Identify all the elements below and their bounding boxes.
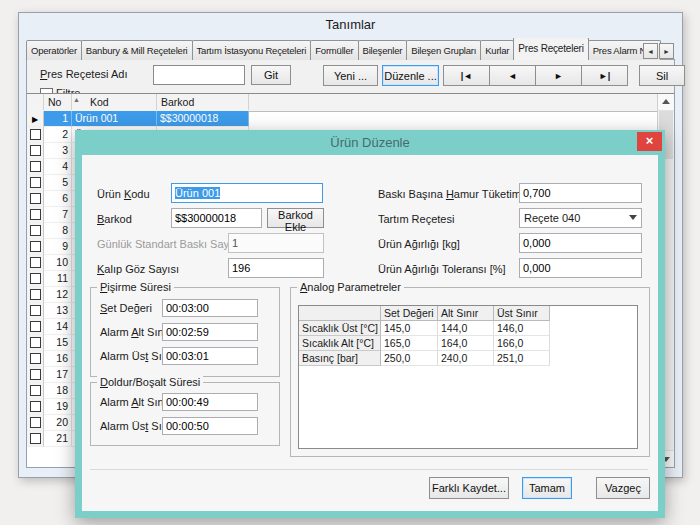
nav-first-button[interactable]: |◄	[443, 65, 490, 86]
row-selector-checkbox[interactable]	[30, 337, 41, 348]
row-selector-checkbox[interactable]	[30, 193, 41, 204]
row-selector-cell[interactable]: ▶	[27, 271, 44, 287]
cell-no[interactable]: 11	[44, 271, 72, 287]
table-row[interactable]: ▶ 1 Ürün 001 $$30000018	[27, 111, 657, 127]
row-selector-cell[interactable]: ▶	[27, 127, 44, 143]
row-selector-cell[interactable]: ▶	[27, 207, 44, 223]
vazgec-button[interactable]: Vazgeç	[596, 477, 650, 499]
cell-no[interactable]: 9	[44, 239, 72, 255]
row-selector-checkbox[interactable]	[30, 417, 41, 428]
row-selector-cell[interactable]: ▶	[27, 159, 44, 175]
row-selector-checkbox[interactable]	[30, 433, 41, 444]
cell-no[interactable]: 10	[44, 255, 72, 271]
tab[interactable]: Banbury & Mill Reçeteleri	[81, 40, 193, 60]
pisirme-alarm-alt-input[interactable]	[162, 323, 258, 341]
cell-no[interactable]: 1	[44, 111, 72, 127]
grid-header-kod[interactable]: Kod	[72, 94, 157, 110]
row-selector-checkbox[interactable]	[30, 353, 41, 364]
row-selector-cell[interactable]: ▶	[27, 415, 44, 431]
row-selector-cell[interactable]: ▶	[27, 335, 44, 351]
row-selector-cell[interactable]: ▶	[27, 399, 44, 415]
row-selector-checkbox[interactable]	[30, 241, 41, 252]
cell-no[interactable]: 20	[44, 415, 72, 431]
row-selector-cell[interactable]: ▶	[27, 191, 44, 207]
grid-header-no[interactable]: No	[44, 94, 72, 110]
row-selector-cell[interactable]: ▶	[27, 239, 44, 255]
git-button[interactable]: Git	[251, 65, 291, 85]
cell-kod[interactable]: Ürün 001	[72, 111, 157, 127]
tab[interactable]: Operatörler	[26, 40, 82, 60]
row-selector-cell[interactable]: ▶	[27, 431, 44, 447]
row-selector-checkbox[interactable]	[30, 129, 41, 140]
doldur-alarm-ust-input[interactable]	[162, 417, 258, 435]
cell-no[interactable]: 12	[44, 287, 72, 303]
row-selector-cell[interactable]: ▶	[27, 383, 44, 399]
cell-no[interactable]: 18	[44, 383, 72, 399]
cell-no[interactable]: 21	[44, 431, 72, 447]
cell-no[interactable]: 7	[44, 207, 72, 223]
grid-header-barkod[interactable]: Barkod	[157, 94, 249, 110]
nav-last-button[interactable]: ►|	[581, 65, 628, 86]
tamam-button[interactable]: Tamam	[522, 477, 572, 499]
row-selector-checkbox[interactable]	[30, 257, 41, 268]
row-selector-cell[interactable]: ▶	[27, 287, 44, 303]
tab-scroll-left-icon[interactable]: ◄	[643, 43, 658, 59]
tab[interactable]: Bileşen Grupları	[406, 40, 481, 60]
cell-no[interactable]: 16	[44, 351, 72, 367]
farkli-kaydet-button[interactable]: Farklı Kaydet...	[429, 477, 509, 499]
pisirme-alarm-ust-input[interactable]	[162, 347, 258, 365]
cell-no[interactable]: 6	[44, 191, 72, 207]
cell-no[interactable]: 8	[44, 223, 72, 239]
cell-no[interactable]: 5	[44, 175, 72, 191]
row-selector-checkbox[interactable]	[30, 209, 41, 220]
analog-row[interactable]: Basınç [bar] 250,0 240,0 251,0	[299, 351, 637, 366]
duzenle-button[interactable]: Düzenle ...	[382, 65, 439, 86]
urun-agirligi-input[interactable]	[519, 233, 642, 253]
analog-alt-cell[interactable]: 240,0	[438, 351, 494, 366]
nav-next-button[interactable]: ►	[535, 65, 582, 86]
barkod-ekle-button[interactable]: Barkod Ekle	[267, 208, 324, 228]
tab[interactable]: Bileşenler	[358, 40, 408, 60]
row-selector-checkbox[interactable]	[30, 145, 41, 156]
tab[interactable]: Tartım İstasyonu Reçeteleri	[192, 40, 312, 60]
row-selector-checkbox[interactable]	[30, 289, 41, 300]
kalip-goz-input[interactable]	[228, 258, 324, 278]
scrollbar-up-button[interactable]	[658, 94, 674, 111]
cell-no[interactable]: 19	[44, 399, 72, 415]
hamur-tuketimi-input[interactable]	[519, 183, 642, 203]
recipe-name-input[interactable]	[153, 65, 245, 85]
set-degeri-input[interactable]	[162, 299, 258, 317]
row-selector-checkbox[interactable]	[30, 321, 41, 332]
analog-set-cell[interactable]: 165,0	[381, 336, 438, 351]
barkod-input[interactable]	[171, 208, 262, 228]
doldur-alarm-alt-input[interactable]	[162, 393, 258, 411]
analog-set-cell[interactable]: 250,0	[381, 351, 438, 366]
row-selector-checkbox[interactable]	[30, 177, 41, 188]
tab[interactable]: Kurlar	[480, 40, 514, 60]
row-selector-checkbox[interactable]	[30, 369, 41, 380]
row-selector-cell[interactable]: ▶	[27, 367, 44, 383]
agirlik-toleransi-input[interactable]	[519, 258, 642, 278]
analog-ust-cell[interactable]: 166,0	[494, 336, 550, 351]
row-selector-checkbox[interactable]	[30, 305, 41, 316]
analog-set-cell[interactable]: 145,0	[381, 321, 438, 336]
cell-no[interactable]: 15	[44, 335, 72, 351]
row-selector-cell[interactable]: ▶	[27, 303, 44, 319]
cell-no[interactable]: 14	[44, 319, 72, 335]
analog-row[interactable]: Sıcaklık Üst [°C] 145,0 144,0 146,0	[299, 321, 637, 336]
row-selector-checkbox[interactable]	[30, 401, 41, 412]
row-selector-checkbox[interactable]	[30, 273, 41, 284]
tab[interactable]: Pres Reçeteleri	[513, 38, 588, 60]
analog-ust-cell[interactable]: 146,0	[494, 321, 550, 336]
tab[interactable]: Formüller	[310, 40, 358, 60]
row-selector-checkbox[interactable]	[30, 385, 41, 396]
analog-alt-cell[interactable]: 144,0	[438, 321, 494, 336]
cell-no[interactable]: 2	[44, 127, 72, 143]
row-selector-cell[interactable]: ▶	[27, 319, 44, 335]
yeni-button[interactable]: Yeni ...	[323, 65, 378, 86]
analog-alt-cell[interactable]: 164,0	[438, 336, 494, 351]
tartim-recetesi-select[interactable]: Reçete 040	[519, 208, 642, 228]
nav-prev-button[interactable]: ◄	[489, 65, 536, 86]
row-selector-cell[interactable]: ▶	[27, 255, 44, 271]
row-selector-cell[interactable]: ▶	[27, 351, 44, 367]
